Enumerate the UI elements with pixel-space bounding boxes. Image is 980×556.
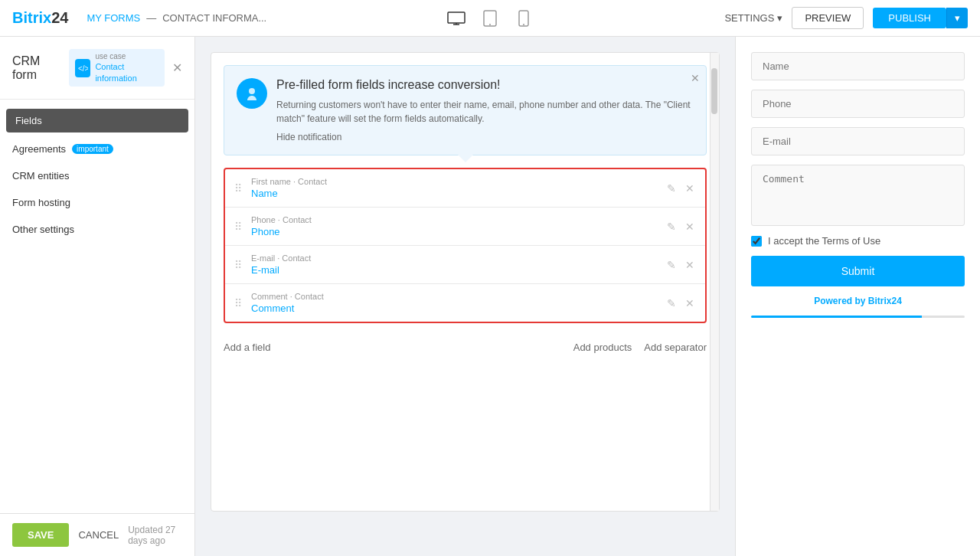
field-meta-email: E-mail · Contact [251, 253, 659, 263]
field-item-email: ⠿ E-mail · Contact E-mail ✎ ✕ [225, 246, 705, 284]
field-actions-phone: ✎ ✕ [665, 219, 696, 234]
field-drag-handle-comment[interactable]: ⠿ [234, 297, 242, 309]
publish-group: PUBLISH ▾ [873, 8, 968, 28]
sidebar-item-crm-entities[interactable]: CRM entities [0, 162, 194, 189]
navbar-right: SETTINGS ▾ PREVIEW PUBLISH ▾ [724, 7, 968, 29]
notification-body: Returning customers won't have to enter … [276, 98, 694, 126]
sidebar-item-other-settings[interactable]: Other settings [0, 216, 194, 243]
notification-icon [237, 78, 267, 109]
field-info-phone: Phone · Contact Phone [251, 215, 659, 237]
panel-header: CRM form </> use case Contact informatio… [0, 37, 194, 100]
powered-by: Powered by Bitrix24 [751, 296, 965, 306]
notification-arrow [458, 155, 473, 162]
breadcrumb-my-forms[interactable]: MY FORMS [87, 12, 140, 24]
svg-text:</>: </> [78, 64, 88, 73]
notification-content: Pre-filled form fields increase conversi… [276, 78, 694, 142]
editor-inner: Pre-filled form fields increase conversi… [211, 52, 720, 512]
notification-title: Pre-filled form fields increase conversi… [276, 78, 694, 92]
device-switcher [446, 11, 534, 26]
svg-point-4 [489, 24, 491, 25]
field-drag-handle-phone[interactable]: ⠿ [234, 221, 242, 233]
field-label-email: E-mail [251, 264, 659, 276]
sidebar-item-fields-label: Fields [15, 115, 42, 126]
tablet-icon[interactable] [479, 11, 501, 26]
field-actions-comment: ✎ ✕ [665, 296, 696, 311]
sidebar-item-crm-entities-label: CRM entities [12, 170, 69, 182]
publish-button[interactable]: PUBLISH [873, 8, 946, 28]
mobile-icon[interactable] [513, 11, 534, 26]
field-remove-name-button[interactable]: ✕ [684, 181, 696, 196]
editor-scrollbar[interactable] [710, 53, 719, 511]
important-badge: important [72, 144, 113, 154]
use-case-name: Contact information [95, 62, 136, 83]
left-panel: CRM form </> use case Contact informatio… [0, 37, 195, 556]
sidebar-item-fields[interactable]: Fields [6, 109, 188, 132]
field-label-comment: Comment [251, 303, 659, 314]
notification-close-button[interactable]: ✕ [691, 72, 700, 84]
settings-chevron-icon: ▾ [777, 12, 782, 24]
publish-dropdown-button[interactable]: ▾ [946, 8, 968, 28]
brand-b: Bitrix [12, 9, 51, 26]
field-remove-phone-button[interactable]: ✕ [684, 219, 696, 234]
updated-text: Updated 27 days ago [128, 525, 182, 546]
preview-comment-textarea[interactable] [751, 165, 965, 226]
sidebar-item-form-hosting[interactable]: Form hosting [0, 189, 194, 216]
preview-panel: I accept the Terms of Use Submit Powered… [735, 37, 980, 556]
powered-label: Powered by [814, 296, 868, 306]
field-remove-comment-button[interactable]: ✕ [684, 296, 696, 311]
field-edit-email-button[interactable]: ✎ [665, 257, 678, 273]
field-actions-email: ✎ ✕ [665, 257, 696, 273]
field-meta-phone: Phone · Contact [251, 215, 659, 224]
preview-terms-row: I accept the Terms of Use [751, 235, 965, 247]
save-button[interactable]: SAVE [12, 523, 69, 547]
settings-label: SETTINGS [724, 12, 774, 24]
breadcrumb-separator: — [146, 12, 156, 24]
field-item-name: ⠿ First name · Contact Name ✎ ✕ [225, 169, 705, 208]
crm-form-title: CRM form [12, 54, 61, 82]
field-edit-comment-button[interactable]: ✎ [665, 296, 678, 311]
field-meta-comment: Comment · Contact [251, 292, 659, 301]
navbar: Bitrix24 MY FORMS — CONTACT INFORMA... [0, 0, 980, 37]
use-case-badge: </> use case Contact information [69, 49, 165, 87]
field-actions-name: ✎ ✕ [665, 181, 696, 196]
scroll-thumb[interactable] [711, 68, 717, 114]
field-drag-handle[interactable]: ⠿ [234, 182, 242, 195]
add-separator-link[interactable]: Add separator [644, 342, 707, 353]
fields-list: ⠿ First name · Contact Name ✎ ✕ ⠿ Phone … [224, 168, 707, 323]
field-info-email: E-mail · Contact E-mail [251, 253, 659, 276]
add-field-link[interactable]: Add a field [224, 342, 270, 353]
add-products-link[interactable]: Add products [573, 342, 632, 353]
sidebar-item-agreements-label: Agreements [12, 143, 66, 155]
field-edit-name-button[interactable]: ✎ [665, 181, 678, 196]
preview-submit-button[interactable]: Submit [751, 256, 965, 286]
preview-email-input[interactable] [751, 127, 965, 155]
sidebar-item-agreements[interactable]: Agreements important [0, 136, 194, 162]
close-panel-button[interactable]: ✕ [172, 61, 182, 75]
sidebar-item-form-hosting-label: Form hosting [12, 197, 70, 208]
preview-terms-checkbox[interactable] [751, 236, 762, 247]
publish-arrow-icon: ▾ [955, 12, 960, 24]
use-case-icon: </> [75, 59, 91, 77]
field-info-name: First name · Contact Name [251, 177, 659, 199]
use-case-label: use case [95, 52, 158, 61]
brand-n: 24 [51, 9, 68, 26]
preview-button[interactable]: PREVIEW [792, 7, 864, 29]
field-meta-name: First name · Contact [251, 177, 659, 186]
field-drag-handle-email[interactable]: ⠿ [234, 259, 242, 271]
field-remove-email-button[interactable]: ✕ [684, 257, 696, 273]
add-field-row: Add a field Add products Add separator [211, 332, 719, 362]
cancel-button[interactable]: CANCEL [78, 529, 119, 541]
main-layout: CRM form </> use case Contact informatio… [0, 37, 980, 556]
settings-button[interactable]: SETTINGS ▾ [724, 12, 782, 24]
hide-notification-link[interactable]: Hide notification [276, 132, 694, 142]
field-label-phone: Phone [251, 226, 659, 237]
desktop-icon[interactable] [446, 11, 467, 26]
add-actions: Add products Add separator [573, 342, 707, 353]
field-edit-phone-button[interactable]: ✎ [665, 219, 678, 234]
preview-name-input[interactable] [751, 52, 965, 80]
bottom-bar: SAVE CANCEL Updated 27 days ago [0, 513, 194, 556]
preview-phone-input[interactable] [751, 90, 965, 118]
nav-items: Fields Agreements important CRM entities… [0, 100, 194, 513]
preview-terms-label: I accept the Terms of Use [768, 235, 880, 247]
powered-brand: Bitrix24 [868, 296, 902, 306]
